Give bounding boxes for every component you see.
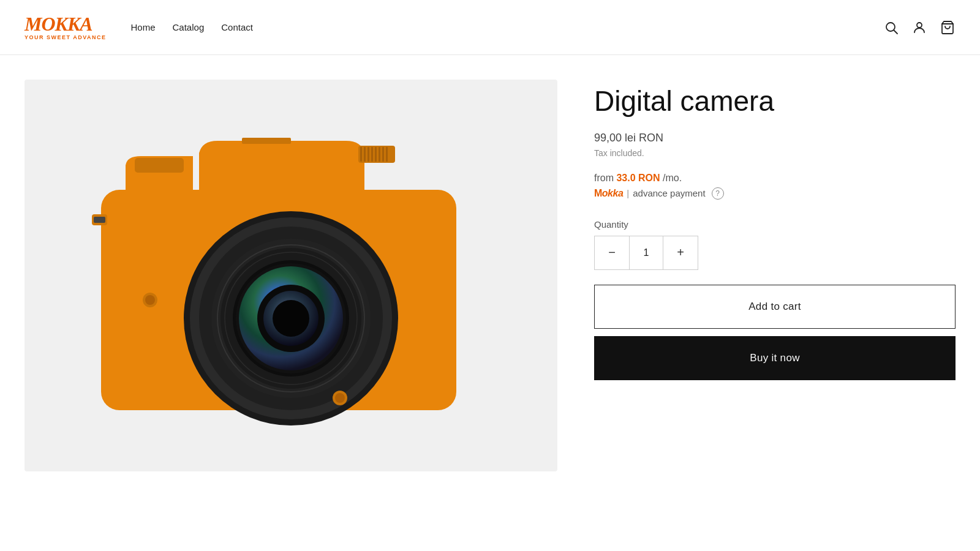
mokka-amount: 33.0 RON [616,173,660,183]
svg-point-33 [335,393,345,403]
mokka-payment: from 33.0 RON /mo. Mokka | advance payme… [594,173,956,200]
mokka-brand-line: Mokka | advance payment ? [594,187,956,200]
mokka-from-line: from 33.0 RON /mo. [594,173,956,184]
product-price: 99,00 lei RON [594,132,956,144]
svg-rect-29 [135,158,184,173]
mokka-per-month: /mo. [663,173,682,183]
nav-home[interactable]: Home [131,22,156,32]
buy-now-button[interactable]: Buy it now [594,336,956,380]
svg-rect-23 [368,147,369,162]
nav-catalog[interactable]: Catalog [173,22,205,32]
main-nav: Home Catalog Contact [131,22,253,32]
header-right [883,20,956,36]
mokka-advance-text: advance payment [633,188,705,198]
product-image [24,80,557,471]
svg-rect-27 [382,147,384,162]
svg-rect-26 [379,147,380,162]
product-details: Digital camera 99,00 lei RON Tax include… [594,80,956,471]
svg-rect-25 [375,147,377,162]
logo[interactable]: MOKKA YOUR SWEET ADVANCE [24,14,107,40]
mokka-pipe: | [627,188,629,198]
svg-rect-22 [364,147,366,162]
product-tax: Tax included. [594,148,956,158]
nav-contact[interactable]: Contact [221,22,253,32]
svg-rect-35 [94,217,105,223]
quantity-label: Quantity [594,219,956,230]
quantity-value: 1 [629,236,663,269]
add-to-cart-button[interactable]: Add to cart [594,285,956,329]
account-icon[interactable] [911,20,927,36]
svg-rect-21 [360,147,362,162]
camera-illustration [24,80,557,471]
svg-point-31 [145,295,155,305]
help-icon[interactable]: ? [712,187,724,200]
decrease-quantity-button[interactable]: − [595,236,629,269]
svg-rect-24 [371,147,373,162]
svg-rect-36 [242,138,291,144]
svg-point-2 [917,23,922,28]
cart-icon[interactable] [940,20,956,36]
main-content: Digital camera 99,00 lei RON Tax include… [0,55,980,496]
svg-point-17 [273,300,309,337]
product-title: Digital camera [594,86,956,117]
search-icon[interactable] [883,20,899,36]
logo-tagline: YOUR SWEET ADVANCE [24,35,107,40]
svg-rect-28 [386,147,388,162]
quantity-stepper: − 1 + [594,236,698,270]
mokka-from-label: from [594,173,614,183]
site-header: MOKKA YOUR SWEET ADVANCE Home Catalog Co… [0,0,980,55]
increase-quantity-button[interactable]: + [663,236,698,269]
header-left: MOKKA YOUR SWEET ADVANCE Home Catalog Co… [24,14,253,40]
logo-text: MOKKA [24,14,107,34]
svg-line-1 [894,30,898,34]
mokka-brand-logo: Mokka [594,188,623,199]
